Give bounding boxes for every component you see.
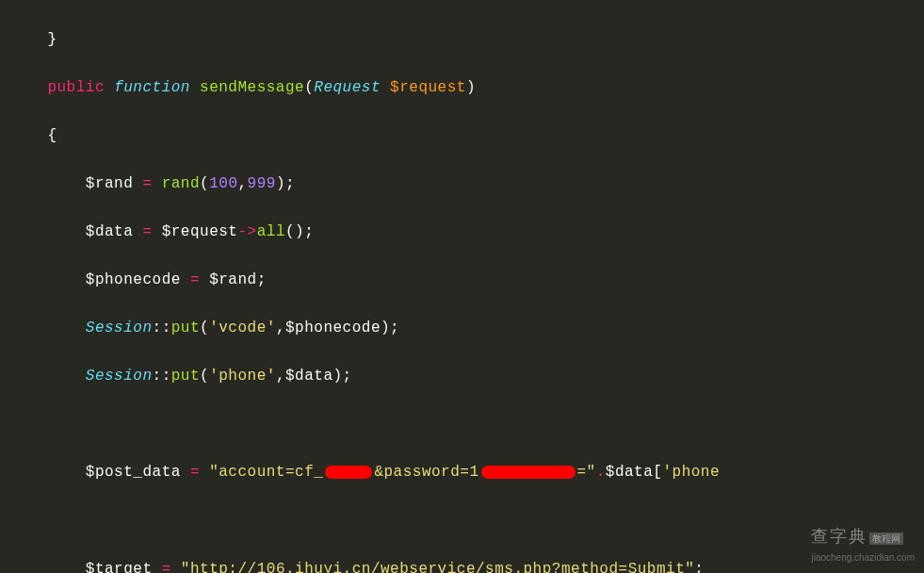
string: 'vcode'	[209, 319, 276, 336]
method: all	[257, 223, 285, 240]
class: Session	[86, 319, 153, 336]
number: 100	[209, 175, 237, 192]
code-line: $rand = rand(100,999);	[9, 172, 915, 197]
code-line: {	[9, 124, 915, 149]
redacted-mark	[481, 466, 575, 479]
variable: $phonecode	[86, 271, 181, 288]
watermark-sub: 教程网	[869, 532, 903, 545]
code-line: $target = "http://106.ihuyi.cn/webservic…	[9, 558, 915, 573]
code-line	[9, 413, 915, 437]
watermark-brand: 查字典	[811, 527, 867, 546]
watermark: 查字典教程网 jiaocheng.chazidian.com	[811, 523, 915, 565]
keyword: public	[47, 79, 105, 96]
number: 999	[248, 175, 276, 192]
watermark-url: jiaocheng.chazidian.com	[811, 550, 915, 565]
code-line: $phonecode = $rand;	[9, 269, 915, 293]
variable: $target	[86, 561, 153, 573]
variable: $rand	[86, 175, 134, 192]
string: 'phone'	[209, 368, 276, 385]
type: Request	[314, 79, 381, 96]
code-line: $data = $request->all();	[9, 221, 915, 245]
code-line: $post_data = "account=cf_&password=1=".$…	[9, 461, 915, 485]
string: "http://106.ihuyi.cn/webservice/sms.php?…	[181, 561, 694, 573]
code-line: Session::put('phone',$data);	[9, 365, 915, 389]
code-line: }	[9, 28, 915, 53]
function: rand	[162, 175, 200, 192]
variable: $data	[86, 223, 134, 240]
variable: $post_data	[86, 464, 181, 481]
parameter: $request	[390, 79, 466, 96]
method: put	[171, 319, 200, 336]
code-line	[9, 510, 915, 534]
code-line: public function sendMessage(Request $req…	[9, 76, 915, 101]
string: "account=cf_	[209, 464, 323, 481]
code-line: Session::put('vcode',$phonecode);	[9, 317, 915, 341]
keyword: function	[114, 79, 190, 96]
method: put	[171, 368, 200, 385]
method-name: sendMessage	[200, 79, 304, 96]
code-editor: } public function sendMessage(Request $r…	[0, 0, 924, 573]
class: Session	[86, 368, 153, 385]
redacted-mark	[325, 466, 372, 479]
